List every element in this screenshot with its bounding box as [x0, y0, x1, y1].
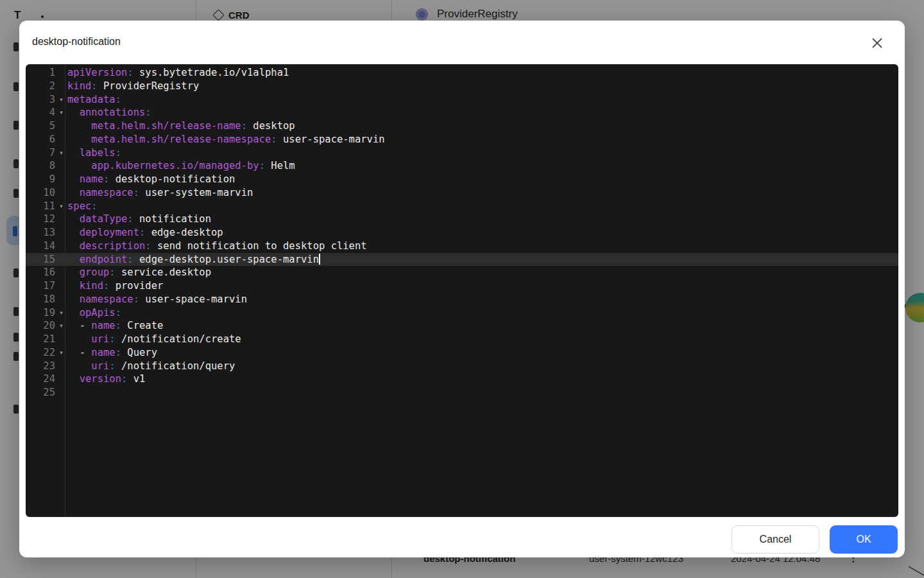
fold-spacer: [55, 333, 67, 346]
line-number: 12: [26, 213, 55, 226]
fold-arrow-icon[interactable]: ▾: [55, 93, 67, 107]
fold-arrow-icon[interactable]: ▾: [55, 346, 67, 360]
code-line[interactable]: 14 description: send notification to des…: [26, 240, 898, 253]
fold-spacer: [55, 266, 67, 279]
fold-arrow-icon[interactable]: ▾: [55, 106, 67, 119]
line-number: 2: [26, 80, 55, 93]
fold-spacer: [55, 253, 67, 267]
code-line[interactable]: 13 deployment: edge-desktop: [26, 226, 898, 240]
code-line[interactable]: 24 version: v1: [26, 372, 898, 386]
code-line[interactable]: 11▾spec:: [26, 200, 898, 213]
text-cursor: [319, 254, 320, 265]
fold-arrow-icon[interactable]: ▾: [55, 200, 67, 213]
code-text: namespace: user-space-marvin: [67, 293, 898, 306]
line-number: 19: [26, 306, 55, 320]
fold-spacer: [55, 360, 67, 373]
fold-spacer: [55, 159, 67, 173]
code-text: - name: Create: [67, 319, 898, 333]
code-line[interactable]: 1apiVersion: sys.bytetrade.io/v1alpha1: [26, 66, 898, 80]
fold-spacer: [55, 293, 67, 306]
line-number: 16: [26, 266, 55, 279]
code-text: deployment: edge-desktop: [67, 226, 898, 240]
code-text: labels:: [67, 146, 898, 160]
fold-arrow-icon[interactable]: ▾: [55, 146, 67, 160]
code-text: description: send notification to deskto…: [67, 240, 898, 253]
fold-spacer: [55, 240, 67, 253]
ok-button[interactable]: OK: [830, 525, 898, 554]
code-text: endpoint: edge-desktop.user-space-marvin: [67, 253, 898, 267]
line-number: 9: [26, 173, 55, 186]
code-text: dataType: notification: [67, 213, 898, 226]
line-number: 5: [26, 119, 55, 133]
code-line[interactable]: 10 namespace: user-system-marvin: [26, 186, 898, 200]
line-number: 23: [26, 360, 55, 373]
fold-spacer: [55, 119, 67, 133]
code-line[interactable]: 15 endpoint: edge-desktop.user-space-mar…: [26, 253, 898, 267]
code-line[interactable]: 5 meta.helm.sh/release-name: desktop: [26, 119, 898, 133]
code-text: group: service.desktop: [67, 266, 898, 279]
fold-arrow-icon[interactable]: ▾: [55, 319, 67, 333]
line-number: 1: [26, 66, 55, 80]
line-number: 21: [26, 333, 55, 346]
code-line[interactable]: 20▾ - name: Create: [26, 319, 898, 333]
close-button[interactable]: [869, 35, 886, 51]
code-text: namespace: user-system-marvin: [67, 186, 898, 200]
code-text: meta.helm.sh/release-name: desktop: [67, 119, 898, 133]
line-number: 7: [26, 146, 55, 160]
code-line[interactable]: 3▾metadata:: [26, 93, 898, 107]
fold-spacer: [55, 133, 67, 146]
code-line[interactable]: 16 group: service.desktop: [26, 266, 898, 279]
line-number: 13: [26, 226, 55, 240]
code-text: kind: ProviderRegistry: [67, 80, 898, 93]
code-text: spec:: [67, 200, 898, 213]
cancel-button[interactable]: Cancel: [732, 525, 819, 554]
code-text: uri: /notification/create: [67, 333, 898, 346]
code-text: opApis:: [67, 306, 898, 320]
code-text: apiVersion: sys.bytetrade.io/v1alpha1: [67, 66, 898, 80]
code-line[interactable]: 9 name: desktop-notification: [26, 173, 898, 186]
code-text: annotations:: [67, 106, 898, 119]
code-text: kind: provider: [67, 279, 898, 293]
code-line[interactable]: 18 namespace: user-space-marvin: [26, 293, 898, 306]
line-number: 18: [26, 293, 55, 306]
code-line[interactable]: 19▾ opApis:: [26, 306, 898, 320]
code-line[interactable]: 17 kind: provider: [26, 279, 898, 293]
line-number: 10: [26, 186, 55, 200]
line-number: 3: [26, 93, 55, 107]
code-line[interactable]: 7▾ labels:: [26, 146, 898, 160]
fold-spacer: [55, 80, 67, 93]
fold-spacer: [55, 226, 67, 240]
line-number: 15: [26, 253, 55, 267]
code-line[interactable]: 22▾ - name: Query: [26, 346, 898, 360]
fold-spacer: [55, 372, 67, 386]
code-line[interactable]: 4▾ annotations:: [26, 106, 898, 119]
yaml-code-editor[interactable]: 1apiVersion: sys.bytetrade.io/v1alpha12k…: [26, 64, 898, 517]
code-line[interactable]: 8 app.kubernetes.io/managed-by: Helm: [26, 159, 898, 173]
code-text: [67, 386, 898, 399]
code-text: metadata:: [67, 93, 898, 107]
line-number: 24: [26, 372, 55, 386]
code-line[interactable]: 2kind: ProviderRegistry: [26, 80, 898, 93]
code-line[interactable]: 25: [26, 386, 898, 399]
code-text: name: desktop-notification: [67, 173, 898, 186]
fold-spacer: [55, 386, 67, 399]
code-text: - name: Query: [67, 346, 898, 360]
line-number: 8: [26, 159, 55, 173]
code-text: app.kubernetes.io/managed-by: Helm: [67, 159, 898, 173]
line-number: 17: [26, 279, 55, 293]
fold-spacer: [55, 279, 67, 293]
fold-spacer: [55, 66, 67, 80]
line-number: 22: [26, 346, 55, 360]
line-number: 25: [26, 386, 55, 399]
code-line[interactable]: 12 dataType: notification: [26, 213, 898, 226]
line-number: 20: [26, 319, 55, 333]
line-number: 4: [26, 106, 55, 119]
code-text: meta.helm.sh/release-namespace: user-spa…: [67, 133, 898, 146]
line-number: 6: [26, 133, 55, 146]
code-text: uri: /notification/query: [67, 360, 898, 373]
code-line[interactable]: 21 uri: /notification/create: [26, 333, 898, 346]
fold-arrow-icon[interactable]: ▾: [55, 306, 67, 320]
line-number: 14: [26, 240, 55, 253]
code-line[interactable]: 6 meta.helm.sh/release-namespace: user-s…: [26, 133, 898, 146]
code-line[interactable]: 23 uri: /notification/query: [26, 360, 898, 373]
